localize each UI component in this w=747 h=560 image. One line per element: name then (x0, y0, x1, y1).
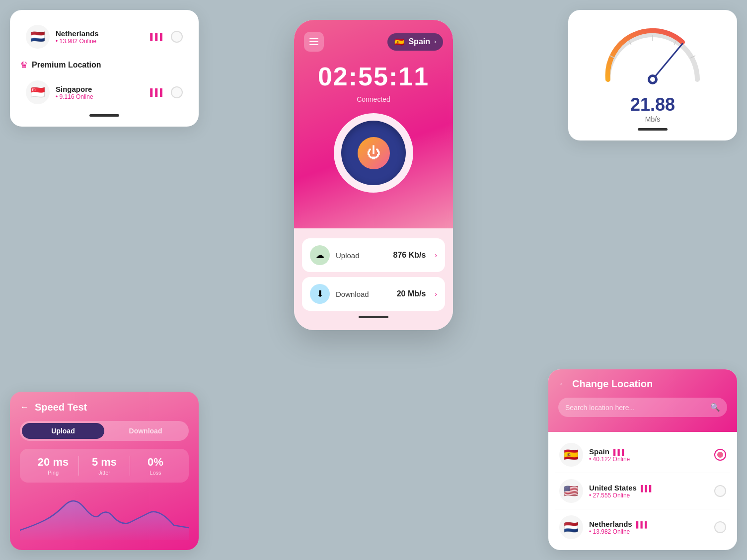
netherlands-list-info: Netherlands ▌▌▌ • 13.982 Online (589, 520, 708, 535)
tab-download[interactable]: Download (104, 423, 187, 439)
stats-row: 20 ms Ping 5 ms Jitter 0% Loss (20, 449, 189, 483)
download-icon: ⬇ (316, 288, 324, 299)
spain-list-info: Spain ▌▌▌ • 40.122 Online (589, 447, 708, 463)
singapore-info: Singapore 9.116 Online (56, 85, 142, 100)
download-arrow-icon: › (435, 290, 437, 298)
upload-speed-value: 876 Kb/s (393, 251, 426, 260)
speed-chart (20, 490, 189, 540)
hamburger-line-1 (309, 38, 318, 39)
crown-icon: ♛ (20, 60, 28, 70)
netherlands-row[interactable]: 🇳🇱 Netherlands 13.982 Online ▌▌▌ (20, 20, 189, 54)
netherlands-list-name: Netherlands ▌▌▌ (589, 520, 708, 528)
download-label: Download (336, 290, 391, 298)
speed-gauge-card: 21.88 Mb/s (568, 10, 737, 140)
search-placeholder: Search location here... (565, 404, 706, 412)
hamburger-line-3 (309, 44, 318, 45)
gauge-card-handle (638, 128, 668, 131)
spain-flag: 🇪🇸 (559, 443, 583, 467)
netherlands-online: 13.982 Online (56, 38, 142, 45)
download-speed-row[interactable]: ⬇ Download 20 Mb/s › (302, 277, 445, 311)
speed-test-back-button[interactable]: ← (20, 402, 29, 413)
search-box[interactable]: Search location here... 🔍 (558, 398, 727, 417)
netherlands-radio[interactable] (171, 31, 183, 43)
download-speed-value: 20 Mb/s (397, 289, 426, 298)
connected-status: Connected (304, 95, 443, 103)
us-signal: ▌▌▌ (641, 485, 654, 492)
spain-list-online: • 40.122 Online (589, 456, 708, 463)
location-list: 🇪🇸 Spain ▌▌▌ • 40.122 Online 🇺🇸 United S… (548, 432, 737, 550)
vpn-phone-ui: 🇪🇸 Spain › 02:55:11 Connected ⏻ ☁ Upload… (294, 20, 453, 330)
phone-header: 🇪🇸 Spain › (304, 32, 443, 52)
singapore-flag: 🇸🇬 (26, 80, 50, 104)
download-icon-bg: ⬇ (310, 284, 330, 304)
singapore-name: Singapore (56, 85, 142, 93)
gauge-speed-display: 21.88 Mb/s (630, 94, 675, 123)
spain-list-name: Spain ▌▌▌ (589, 447, 708, 456)
spain-signal: ▌▌▌ (613, 449, 626, 456)
singapore-online: 9.116 Online (56, 93, 142, 100)
phone-top-section: 🇪🇸 Spain › 02:55:11 Connected ⏻ (294, 20, 453, 228)
us-list-online: • 27.555 Online (589, 492, 708, 499)
connection-timer: 02:55:11 (304, 62, 443, 91)
jitter-stat: 5 ms Jitter (79, 456, 130, 476)
singapore-row[interactable]: 🇸🇬 Singapore 9.116 Online ▌▌▌ (20, 75, 189, 109)
chart-svg (20, 490, 189, 540)
loss-stat: 0% Loss (130, 456, 181, 476)
tab-upload[interactable]: Upload (22, 423, 104, 439)
pill-arrow-icon: › (434, 38, 436, 45)
upload-arrow-icon: › (435, 251, 437, 259)
change-location-top: ← Change Location (558, 378, 727, 390)
ping-stat: 20 ms Ping (28, 456, 78, 476)
selected-country: Spain (408, 37, 430, 46)
svg-point-7 (650, 77, 655, 82)
spain-radio-selected[interactable] (714, 449, 726, 461)
us-radio[interactable] (714, 485, 726, 497)
upload-icon-bg: ☁ (310, 245, 330, 265)
singapore-radio[interactable] (171, 86, 183, 98)
netherlands-info: Netherlands 13.982 Online (56, 29, 142, 45)
hamburger-button[interactable] (304, 32, 324, 52)
change-location-back-button[interactable]: ← (558, 379, 567, 389)
netherlands-list-flag: 🇳🇱 (559, 515, 583, 539)
upload-icon: ☁ (315, 250, 324, 261)
loss-label: Loss (130, 470, 181, 476)
us-list-row[interactable]: 🇺🇸 United States ▌▌▌ • 27.555 Online (555, 473, 730, 509)
power-icon: ⏻ (367, 146, 380, 160)
netherlands-list-row[interactable]: 🇳🇱 Netherlands ▌▌▌ • 13.982 Online (555, 509, 730, 545)
spain-radio-dot (717, 452, 723, 458)
netherlands-name: Netherlands (56, 29, 142, 38)
change-location-header: ← Change Location Search location here..… (548, 369, 737, 432)
netherlands-signal: ▌▌▌ (150, 33, 165, 41)
power-button-outer: ⏻ (334, 113, 413, 193)
country-selector[interactable]: 🇪🇸 Spain › (387, 33, 443, 51)
jitter-label: Jitter (79, 470, 130, 476)
jitter-value: 5 ms (79, 456, 130, 469)
premium-header: ♛ Premium Location (20, 60, 189, 70)
spain-list-row[interactable]: 🇪🇸 Spain ▌▌▌ • 40.122 Online (555, 437, 730, 473)
upload-speed-row[interactable]: ☁ Upload 876 Kb/s › (302, 238, 445, 272)
hamburger-line-2 (309, 41, 318, 42)
singapore-signal: ▌▌▌ (150, 88, 165, 96)
us-flag: 🇺🇸 (559, 479, 583, 503)
speed-test-header: ← Speed Test (20, 402, 189, 413)
power-icon-bg: ⏻ (358, 137, 390, 169)
search-icon[interactable]: 🔍 (710, 403, 720, 412)
power-button[interactable]: ⏻ (341, 121, 406, 185)
upload-label: Upload (336, 251, 387, 260)
premium-label: Premium Location (32, 61, 101, 70)
netherlands-flag: 🇳🇱 (26, 25, 50, 49)
phone-bottom-section: ☁ Upload 876 Kb/s › ⬇ Download 20 Mb/s › (294, 228, 453, 330)
gauge-speed-value: 21.88 (630, 94, 675, 115)
card-handle (89, 114, 119, 117)
change-location-card: ← Change Location Search location here..… (548, 369, 737, 550)
netherlands-list-radio[interactable] (714, 521, 726, 533)
speed-test-title: Speed Test (35, 402, 87, 413)
ping-label: Ping (28, 470, 78, 476)
change-location-title: Change Location (572, 378, 653, 390)
location-list-card: 🇳🇱 Netherlands 13.982 Online ▌▌▌ ♛ Premi… (10, 10, 199, 127)
svg-line-5 (653, 44, 682, 79)
phone-handle (359, 316, 388, 318)
gauge-svg (598, 25, 707, 89)
us-list-name: United States ▌▌▌ (589, 484, 708, 492)
spain-flag-pill: 🇪🇸 (394, 37, 404, 47)
